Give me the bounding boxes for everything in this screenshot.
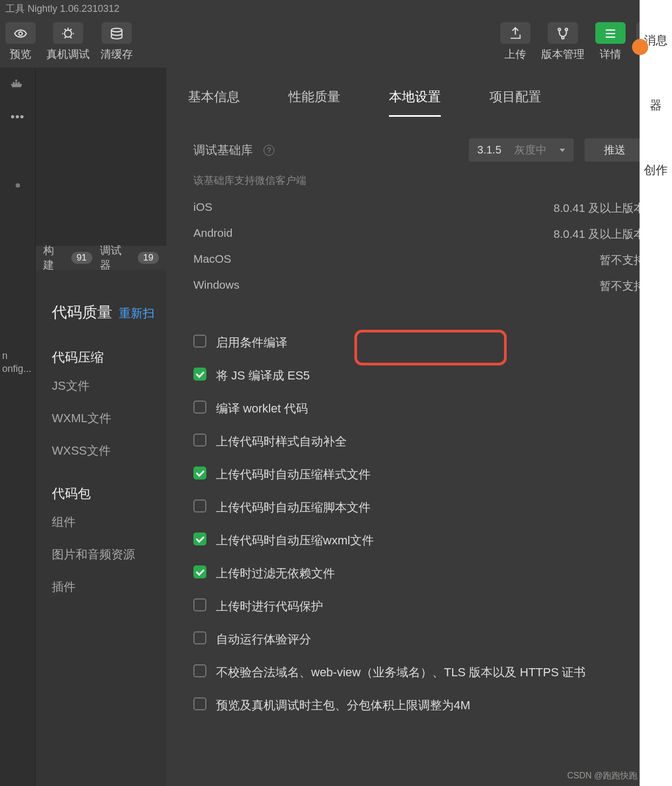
svg-point-4 bbox=[565, 28, 567, 30]
check-row: 上传代码时自动压缩wxml文件 bbox=[193, 524, 645, 557]
tab-build[interactable]: 构建 bbox=[43, 243, 64, 272]
toolbar-label: 清缓存 bbox=[100, 47, 133, 62]
sidebar-section-title: 代码压缩 bbox=[52, 349, 166, 366]
checkbox[interactable] bbox=[193, 434, 206, 447]
sidebar-item[interactable]: JS文件 bbox=[52, 378, 166, 394]
settings-tab[interactable]: 基本信息 bbox=[188, 88, 240, 117]
checkbox-label: 编译 worklet 代码 bbox=[216, 399, 308, 417]
sidebar-title: 代码质量 bbox=[52, 304, 112, 321]
sidebar-item[interactable]: WXSS文件 bbox=[52, 443, 166, 459]
docker-icon[interactable] bbox=[10, 77, 25, 88]
toolbar-label: 详情 bbox=[600, 47, 621, 62]
checkbox-label: 上传代码时自动压缩样式文件 bbox=[216, 465, 371, 483]
settings-tab[interactable]: 性能质量 bbox=[288, 88, 340, 117]
toolbar-label: 版本管理 bbox=[541, 47, 584, 62]
chevron-down-icon bbox=[560, 149, 565, 152]
support-row: Windows暂不支持 bbox=[193, 273, 645, 299]
status-dot bbox=[16, 183, 20, 188]
main-toolbar: 预览真机调试清缓存 上传版本管理详情消息 bbox=[0, 16, 672, 68]
check-row: 上传时过滤无依赖文件 bbox=[193, 557, 645, 590]
check-row: 自动运行体验评分 bbox=[193, 623, 645, 656]
settings-tab[interactable]: 本地设置 bbox=[389, 88, 441, 117]
settings-content: 基本信息性能质量本地设置项目配置 调试基础库 ? 3.1.5 灰度中 推送 该基… bbox=[166, 68, 672, 786]
details-icon bbox=[595, 22, 626, 44]
version-select[interactable]: 3.1.5 灰度中 bbox=[469, 138, 574, 162]
code-quality-sidebar: 代码质量 重新扫 代码压缩JS文件WXML文件WXSS文件代码包组件图片和音频资… bbox=[36, 270, 166, 786]
checkbox-label: 自动运行体验评分 bbox=[216, 630, 311, 648]
support-header: 该基础库支持微信客户端 bbox=[193, 174, 645, 188]
help-icon[interactable]: ? bbox=[264, 145, 274, 156]
preview-button[interactable]: 预览 bbox=[5, 22, 36, 62]
sidebar-item[interactable]: 组件 bbox=[52, 514, 166, 530]
checkbox[interactable] bbox=[193, 335, 206, 348]
toolbar-label: 真机调试 bbox=[46, 47, 90, 62]
sidebar-item[interactable]: 插件 bbox=[52, 579, 166, 595]
checkbox-label: 上传代码时样式自动补全 bbox=[216, 432, 347, 450]
checkbox[interactable] bbox=[193, 368, 206, 381]
checkbox[interactable] bbox=[193, 565, 206, 578]
checkbox[interactable] bbox=[193, 697, 206, 710]
checkbox-label: 上传代码时自动压缩脚本文件 bbox=[216, 498, 371, 516]
upload-button[interactable]: 上传 bbox=[500, 22, 530, 62]
check-row: 上传代码时样式自动补全 bbox=[193, 425, 645, 458]
checkbox-label: 启用条件编译 bbox=[216, 334, 287, 351]
clear-cache-button[interactable]: 清缓存 bbox=[100, 22, 133, 62]
build-count-badge: 91 bbox=[71, 252, 92, 264]
panel-tabs: 构建 91 调试器 19 bbox=[36, 246, 166, 270]
checkbox[interactable] bbox=[193, 631, 206, 644]
check-row: 不校验合法域名、web-view（业务域名）、TLS 版本以及 HTTPS 证书 bbox=[193, 656, 645, 689]
check-row: 预览及真机调试时主包、分包体积上限调整为4M bbox=[193, 689, 645, 722]
preview-icon bbox=[5, 22, 36, 44]
version-icon bbox=[548, 22, 578, 44]
support-row: MacOS暂不支持 bbox=[193, 247, 645, 273]
right-item[interactable]: 器 bbox=[650, 97, 662, 114]
real-debug-icon bbox=[53, 22, 83, 44]
sidebar-item[interactable]: WXML文件 bbox=[52, 410, 166, 427]
check-row: 编译 worklet 代码 bbox=[193, 392, 645, 425]
svg-point-2 bbox=[111, 28, 122, 32]
settings-tab[interactable]: 项目配置 bbox=[489, 88, 541, 117]
clear-cache-icon bbox=[102, 22, 132, 44]
check-row: 上传代码时自动压缩样式文件 bbox=[193, 458, 645, 491]
checkbox-label: 上传代码时自动压缩wxml文件 bbox=[216, 531, 374, 549]
support-row: iOS8.0.41 及以上版本 bbox=[193, 195, 645, 221]
notification-dot bbox=[632, 39, 648, 55]
sidebar-item[interactable]: 图片和音频资源 bbox=[52, 547, 166, 563]
checkbox[interactable] bbox=[193, 532, 206, 545]
svg-point-3 bbox=[558, 28, 560, 30]
toolbar-label: 预览 bbox=[10, 47, 31, 62]
check-row: 启用条件编译 bbox=[193, 326, 645, 359]
debugger-count-badge: 19 bbox=[138, 252, 159, 264]
toolbar-label: 上传 bbox=[505, 47, 526, 62]
right-sidebar: 消息 器 创作 bbox=[640, 0, 672, 786]
support-row: Android8.0.41 及以上版本 bbox=[193, 221, 645, 247]
real-debug-button[interactable]: 真机调试 bbox=[46, 22, 90, 62]
activity-bar: ••• n onfig... bbox=[0, 68, 36, 786]
window-titlebar: 工具 Nightly 1.06.2310312 bbox=[0, 0, 672, 16]
rescan-link[interactable]: 重新扫 bbox=[119, 307, 154, 320]
tab-debugger[interactable]: 调试器 bbox=[100, 243, 131, 272]
checkbox-label: 上传时过滤无依赖文件 bbox=[216, 564, 335, 582]
checkbox-label: 预览及真机调试时主包、分包体积上限调整为4M bbox=[216, 696, 471, 714]
details-button[interactable]: 详情 bbox=[595, 22, 626, 62]
checkbox[interactable] bbox=[193, 401, 206, 414]
right-item[interactable]: 创作 bbox=[644, 162, 668, 178]
debug-lib-label: 调试基础库 bbox=[193, 142, 253, 158]
sidebar-section-title: 代码包 bbox=[52, 485, 166, 502]
settings-tabs: 基本信息性能质量本地设置项目配置 bbox=[166, 68, 672, 117]
svg-point-1 bbox=[65, 30, 72, 37]
checkbox-label: 上传时进行代码保护 bbox=[216, 597, 323, 615]
checkbox[interactable] bbox=[193, 499, 206, 512]
check-row: 上传代码时自动压缩脚本文件 bbox=[193, 491, 645, 524]
version-status: 灰度中 bbox=[514, 143, 547, 157]
checkbox-label: 将 JS 编译成 ES5 bbox=[216, 367, 310, 384]
svg-point-0 bbox=[19, 32, 23, 36]
checkbox[interactable] bbox=[193, 664, 206, 677]
more-icon[interactable]: ••• bbox=[10, 110, 24, 124]
push-button[interactable]: 推送 bbox=[584, 138, 645, 162]
truncated-filename: n onfig... bbox=[0, 350, 35, 375]
version-button[interactable]: 版本管理 bbox=[541, 22, 584, 62]
checkbox[interactable] bbox=[193, 467, 206, 479]
check-row: 上传时进行代码保护 bbox=[193, 590, 645, 623]
checkbox[interactable] bbox=[193, 598, 206, 611]
